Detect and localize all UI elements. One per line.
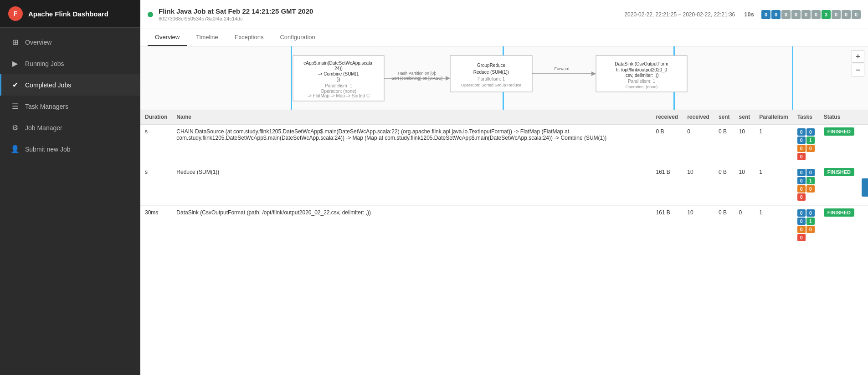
app-title: Apache Flink Dashboard	[28, 10, 108, 18]
sidebar-item-job-manager[interactable]: ⚙ Job Manager	[0, 117, 140, 138]
svg-text:Parallelism: 1: Parallelism: 1	[325, 83, 352, 88]
zoom-out-button[interactable]: −	[852, 64, 864, 76]
svg-text:Operation: (none): Operation: (none)	[626, 85, 658, 89]
table-row: 30ms DataSink (CsvOutputFormat (path: /o…	[140, 206, 868, 246]
svg-text:Operation: Sorted Group Reduce: Operation: Sorted Group Reduce	[461, 83, 521, 87]
sidebar-label-job-manager: Job Manager	[25, 124, 62, 132]
svg-text:)): ))	[337, 77, 340, 82]
badge-1: 0	[771, 10, 781, 19]
jobs-table: Duration Name received received sent sen…	[140, 110, 868, 246]
job-title: Flink Java Job at Sat Feb 22 14:21:25 GM…	[159, 7, 615, 15]
cell-status: FINISHED	[819, 206, 859, 246]
cell-bytes-sent: 0 B	[714, 124, 734, 165]
sidebar-label-submit-new-job: Submit new Job	[25, 146, 71, 153]
sidebar-header: F Apache Flink Dashboard	[0, 0, 140, 28]
cell-duration: 30ms	[140, 206, 172, 246]
badge-4: 0	[801, 10, 811, 19]
sidebar-item-task-managers[interactable]: ☰ Task Managers	[0, 96, 140, 117]
status-badge: FINISHED	[824, 168, 854, 176]
table-container[interactable]: Duration Name received received sent sen…	[140, 110, 868, 375]
cell-bytes-recv: 161 B	[652, 165, 683, 206]
cell-duration: s	[140, 124, 172, 165]
svg-text:GroupReduce: GroupReduce	[477, 63, 506, 68]
svg-text:Reduce (SUM(1)): Reduce (SUM(1))	[473, 70, 509, 75]
svg-text:-> Combine (SUM(1: -> Combine (SUM(1	[318, 71, 359, 76]
mini-badge: 0	[806, 209, 815, 217]
cell-name: DataSink (CsvOutputFormat (path: /opt/fl…	[172, 206, 651, 246]
job-manager-icon: ⚙	[10, 123, 20, 132]
cell-name: Reduce (SUM(1))	[172, 165, 651, 206]
mini-badge: 0	[797, 185, 806, 193]
sidebar-item-running-jobs[interactable]: ▶ Running Jobs	[0, 53, 140, 74]
col-bytes-recv: received	[652, 110, 683, 124]
cell-status: FINISHED	[819, 124, 859, 165]
svg-text:Sort (combining) on [0:ASC]: Sort (combining) on [0:ASC]	[391, 76, 442, 81]
cell-name: CHAIN DataSource (at com.study.flink1205…	[172, 124, 651, 165]
flink-logo-icon: F	[7, 5, 24, 22]
col-records-recv: received	[683, 110, 714, 124]
mini-badge: 0	[797, 234, 806, 241]
submit-job-icon: 👤	[10, 145, 20, 153]
side-handle[interactable]	[862, 178, 868, 197]
table-row: s Reduce (SUM(1)) 161 B 10 0 B 10 1 0 0	[140, 165, 868, 206]
mini-badge: 0	[806, 226, 815, 233]
svg-text:DataSink (CsvOutputForm: DataSink (CsvOutputForm	[615, 61, 668, 66]
cell-tasks: 0 0 0 1 0 0 0	[793, 124, 819, 165]
cell-bytes-sent: 0 B	[714, 165, 734, 206]
mini-badges: 0 0 0 1 0 0 0	[797, 169, 815, 201]
cell-records-recv: 0	[683, 124, 714, 165]
mini-badges: 0 0 0 1 0 0 0	[797, 209, 815, 241]
sidebar-item-overview[interactable]: ⊞ Overview	[0, 31, 140, 53]
cell-duration: s	[140, 165, 172, 206]
tab-timeline[interactable]: Timeline	[189, 29, 226, 46]
cell-parallelism: 1	[755, 206, 792, 246]
sidebar-item-submit-new-job[interactable]: 👤 Submit new Job	[0, 138, 140, 160]
mini-badge: 0	[797, 153, 806, 160]
mini-badge-row: 0 0	[797, 226, 815, 233]
col-name: Name	[172, 110, 651, 124]
table-header-row: Duration Name received received sent sen…	[140, 110, 868, 124]
running-jobs-icon: ▶	[10, 59, 20, 68]
job-header: Flink Java Job at Sat Feb 22 14:21:25 GM…	[140, 0, 868, 29]
mini-badge: 0	[806, 145, 815, 152]
cell-parallelism: 1	[755, 165, 792, 206]
svg-marker-24	[591, 71, 596, 76]
sidebar: F Apache Flink Dashboard ⊞ Overview ▶ Ru…	[0, 0, 140, 375]
graph-zoom-controls: + −	[852, 50, 864, 76]
status-badge: FINISHED	[824, 127, 854, 136]
badge-0: 0	[761, 10, 770, 19]
job-info: Flink Java Job at Sat Feb 22 14:21:25 GM…	[159, 7, 615, 21]
tab-overview[interactable]: Overview	[148, 29, 187, 46]
svg-marker-15	[446, 76, 450, 81]
svg-rect-2	[291, 46, 292, 110]
task-managers-icon: ☰	[10, 102, 20, 111]
svg-text:h: /opt/flink/output2020_0: h: /opt/flink/output2020_0	[616, 67, 668, 72]
cell-bytes-recv: 0 B	[652, 124, 683, 165]
mini-badges: 0 0 0 1 0 0 0	[797, 128, 815, 160]
job-badges: 0 0 0 0 0 0 3 0 0 0	[761, 10, 861, 19]
cell-bytes-recv: 161 B	[652, 206, 683, 246]
sidebar-item-completed-jobs[interactable]: ✔ Completed Jobs	[0, 74, 140, 96]
mini-badge: 1	[806, 177, 815, 184]
svg-text:-> FlatMap  -> Map  -> Sorted : -> FlatMap -> Map -> Sorted C	[308, 93, 370, 98]
svg-text:Forward: Forward	[554, 66, 569, 71]
mini-badge: 0	[806, 185, 815, 193]
mini-badge: 1	[806, 137, 815, 144]
mini-badge-row: 0 0	[797, 145, 815, 152]
cell-bytes-sent: 0 B	[714, 206, 734, 246]
tab-configuration[interactable]: Configuration	[272, 29, 322, 46]
status-badge: FINISHED	[824, 208, 854, 217]
mini-badge-row: 0	[797, 153, 815, 160]
mini-badge: 0	[797, 145, 806, 152]
cell-tasks: 0 0 0 1 0 0 0	[793, 165, 819, 206]
completed-jobs-icon: ✔	[10, 81, 20, 89]
tab-exceptions[interactable]: Exceptions	[227, 29, 271, 46]
col-duration: Duration	[140, 110, 172, 124]
job-status-dot	[148, 12, 153, 17]
mini-badge-row: 0 0	[797, 128, 815, 136]
mini-badge: 0	[806, 169, 815, 176]
zoom-in-button[interactable]: +	[852, 50, 864, 63]
cell-parallelism: 1	[755, 124, 792, 165]
svg-text:.csv, delimiter: ,)): .csv, delimiter: ,))	[624, 73, 658, 78]
cell-scroll	[859, 124, 868, 165]
